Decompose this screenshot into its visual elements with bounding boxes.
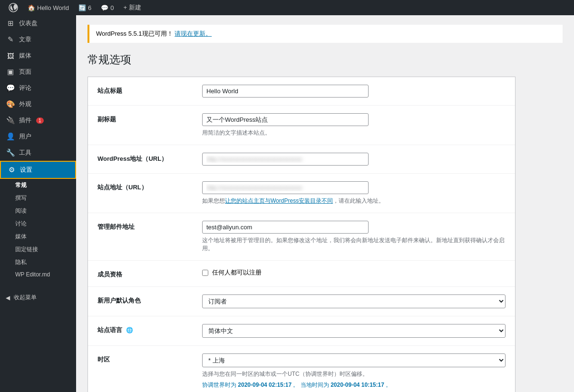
site-url-input[interactable] [202, 181, 369, 194]
utc-time-info: 协调世界时为 2020-09-04 02:15:17 。 当地时间为 2020-… [202, 381, 506, 389]
sidebar-subitem-writing[interactable]: 撰写 [0, 192, 76, 205]
sidebar-item-media[interactable]: 🖼 媒体 [0, 48, 76, 64]
sidebar-item-comments[interactable]: 💬 评论 [0, 80, 76, 96]
default-role-row: 新用户默认角色 订阅者 编辑 作者 投稿者 管理员 [88, 287, 515, 316]
new-content-item[interactable]: + 新建 [118, 0, 146, 15]
notice-link[interactable]: 请现在更新。 [175, 30, 212, 37]
sidebar-label-users: 用户 [19, 132, 31, 141]
tagline-input[interactable] [202, 113, 369, 126]
wp-logo[interactable] [4, 0, 23, 15]
default-role-field: 订阅者 编辑 作者 投稿者 管理员 [202, 294, 506, 308]
local-time-value: 2020-09-04 10:15:17 [331, 382, 384, 388]
timezone-row: 时区 * 上海 UTC+0 选择与您在同一时区的城市或一个UTC（协调世界时）时… [88, 346, 515, 392]
admin-email-field: 这个地址将被用于管理目的。如果您修改这个地址，我们将会向新地址发送电子邮件来确认… [202, 221, 506, 253]
timezone-label: 时区 [97, 353, 193, 364]
sidebar-item-appearance[interactable]: 🎨 外观 [0, 96, 76, 112]
dashboard-icon: ⊞ [6, 19, 15, 28]
site-title-input[interactable] [202, 85, 369, 98]
site-language-select[interactable]: 简体中文 English [202, 324, 506, 338]
tagline-row: 副标题 用简洁的文字描述本站点。 [88, 106, 515, 145]
sidebar-label-plugins: 插件 [19, 116, 31, 125]
pages-icon: ▣ [6, 68, 15, 76]
sidebar-label-dashboard: 仪表盘 [19, 19, 38, 28]
sidebar-item-tools[interactable]: 🔧 工具 [0, 145, 76, 161]
site-language-field: 简体中文 English [202, 324, 506, 338]
sidebar-subitem-privacy[interactable]: 隐私 [0, 256, 76, 269]
subitem-general-label: 常规 [15, 181, 27, 189]
sidebar-item-pages[interactable]: ▣ 页面 [0, 64, 76, 80]
tagline-desc: 用简洁的文字描述本站点。 [202, 129, 506, 137]
sidebar-subitem-general[interactable]: 常规 [0, 179, 76, 192]
media-icon: 🖼 [6, 52, 15, 60]
site-name-item[interactable]: 🏠 Hello World [23, 0, 74, 15]
site-url-desc-post: ，请在此输入地址。 [333, 197, 384, 204]
membership-row: 成员资格 任何人都可以注册 [88, 261, 515, 287]
utc-time-value: 2020-09-04 02:15:17 [238, 382, 292, 388]
posts-icon: ✎ [6, 35, 15, 44]
admin-bar: 🏠 Hello World 🔄 6 💬 0 + 新建 [0, 0, 574, 15]
tagline-field: 用简洁的文字描述本站点。 [202, 113, 506, 137]
collapse-menu-button[interactable]: ◀ 收起菜单 [0, 290, 76, 305]
comments-item[interactable]: 💬 0 [96, 0, 118, 15]
new-label: + 新建 [123, 3, 141, 12]
membership-field: 任何人都可以注册 [202, 268, 506, 277]
timezone-select[interactable]: * 上海 UTC+0 [202, 353, 506, 367]
wp-url-field [202, 153, 506, 166]
sidebar-subitem-discussion[interactable]: 讨论 [0, 217, 76, 230]
subitem-privacy-label: 隐私 [15, 258, 27, 266]
membership-checkbox-row: 任何人都可以注册 [202, 268, 506, 277]
notice-text: WordPress 5.5.1现已可用！ [96, 30, 173, 37]
site-title-row: 站点标题 [88, 77, 515, 106]
site-url-row: 站点地址（URL） 如果您想让您的站点主页与WordPress安装目录不同，请在… [88, 174, 515, 213]
updates-item[interactable]: 🔄 6 [74, 0, 96, 15]
plugins-badge: 1 [36, 118, 44, 124]
site-language-label: 站点语言 🌐 [97, 324, 193, 334]
sidebar-label-posts: 文章 [19, 35, 31, 44]
site-url-desc-link[interactable]: 让您的站点主页与WordPress安装目录不同 [225, 197, 333, 204]
subitem-media-label: 媒体 [15, 233, 27, 241]
sidebar-item-dashboard[interactable]: ⊞ 仪表盘 [0, 15, 76, 31]
comments-side-icon: 💬 [6, 84, 15, 92]
sidebar-subitem-wpeditor[interactable]: WP Editor.md [0, 269, 76, 280]
admin-email-input[interactable] [202, 221, 369, 234]
collapse-label: 收起菜单 [14, 294, 37, 302]
default-role-select[interactable]: 订阅者 编辑 作者 投稿者 管理员 [202, 294, 506, 308]
utc-time-label: 协调世界时为 [202, 382, 236, 388]
sidebar-subitem-permalinks[interactable]: 固定链接 [0, 243, 76, 256]
sidebar: ⊞ 仪表盘 ✎ 文章 🖼 媒体 ▣ 页面 💬 评论 🎨 外观 🔌 插件 1 [0, 15, 76, 392]
default-role-label: 新用户默认角色 [97, 294, 193, 305]
site-url-desc: 如果您想让您的站点主页与WordPress安装目录不同，请在此输入地址。 [202, 197, 506, 205]
site-language-row: 站点语言 🌐 简体中文 English [88, 316, 515, 346]
sidebar-item-posts[interactable]: ✎ 文章 [0, 31, 76, 48]
membership-checkbox-label: 任何人都可以注册 [212, 268, 262, 277]
sidebar-subitem-media2[interactable]: 媒体 [0, 230, 76, 243]
local-time-label: 当地时间为 [301, 382, 329, 388]
sidebar-label-media: 媒体 [19, 51, 31, 60]
sidebar-item-settings[interactable]: ⚙ 设置 [0, 161, 76, 179]
update-notice: WordPress 5.5.1现已可用！ 请现在更新。 [88, 25, 563, 43]
sidebar-label-settings: 设置 [20, 166, 32, 174]
wp-url-input[interactable] [202, 153, 369, 166]
comments-count: 0 [110, 4, 114, 11]
subitem-reading-label: 阅读 [15, 207, 27, 215]
sidebar-item-users[interactable]: 👤 用户 [0, 128, 76, 145]
subitem-writing-label: 撰写 [15, 194, 27, 202]
layout: ⊞ 仪表盘 ✎ 文章 🖼 媒体 ▣ 页面 💬 评论 🎨 外观 🔌 插件 1 [0, 15, 574, 392]
wp-url-label: WordPress地址（URL） [97, 153, 193, 163]
sidebar-item-plugins[interactable]: 🔌 插件 1 [0, 112, 76, 128]
membership-checkbox[interactable] [202, 270, 208, 276]
admin-email-desc: 这个地址将被用于管理目的。如果您修改这个地址，我们将会向新地址发送电子邮件来确认… [202, 236, 506, 253]
plugins-icon: 🔌 [6, 116, 15, 125]
admin-email-label: 管理邮件地址 [97, 221, 193, 231]
subitem-discussion-label: 讨论 [15, 220, 27, 228]
timezone-field: * 上海 UTC+0 选择与您在同一时区的城市或一个UTC（协调世界时）时区偏移… [202, 353, 506, 389]
site-title-label: 站点标题 [97, 85, 193, 95]
tools-icon: 🔧 [6, 148, 15, 157]
site-url-desc-pre: 如果您想 [202, 197, 225, 204]
comments-icon: 💬 [101, 4, 108, 11]
appearance-icon: 🎨 [6, 100, 15, 108]
users-icon: 👤 [6, 132, 15, 141]
sidebar-subitem-reading[interactable]: 阅读 [0, 205, 76, 217]
page-title: 常规选项 [88, 52, 563, 67]
subitem-permalinks-label: 固定链接 [15, 245, 38, 254]
